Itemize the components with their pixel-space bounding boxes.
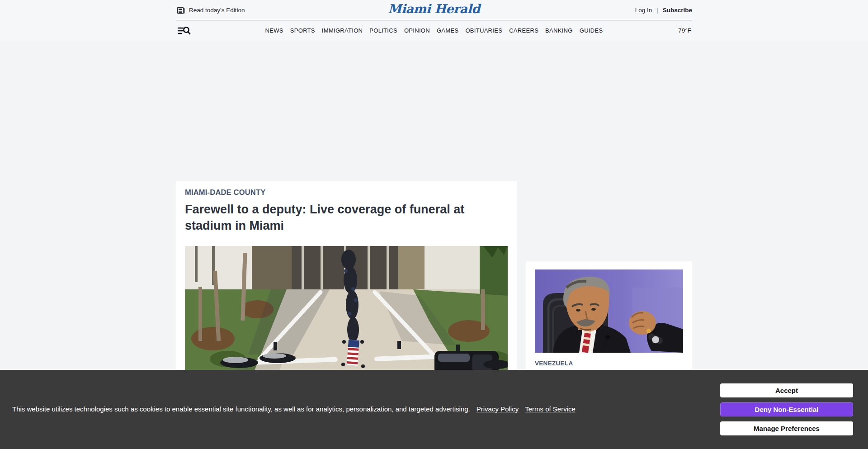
nav-item-immigration[interactable]: IMMIGRATION	[322, 27, 363, 34]
sidebar-article-photo-maduro[interactable]	[535, 269, 683, 353]
login-subscribe-divider: |	[656, 7, 658, 14]
nav-item-sports[interactable]: SPORTS	[290, 27, 315, 34]
nav-item-obituaries[interactable]: OBITUARIES	[465, 27, 502, 34]
menu-search-button[interactable]	[177, 24, 192, 37]
miami-herald-logo[interactable]: Miami Herald	[388, 2, 480, 16]
deny-non-essential-button[interactable]: Deny Non-Essential	[720, 402, 853, 416]
lead-article-kicker[interactable]: MIAMI-DADE COUNTY	[185, 188, 508, 197]
nav-item-opinion[interactable]: OPINION	[404, 27, 430, 34]
subscribe-link[interactable]: Subscribe	[663, 7, 692, 14]
header-top-row: Read today's Edition Miami Herald Log In…	[176, 0, 692, 20]
terms-of-service-link[interactable]: Terms of Service	[525, 405, 576, 413]
weather-temperature[interactable]: 79°F	[678, 20, 691, 41]
cookie-message: This website utilizes technologies such …	[12, 405, 470, 413]
hamburger-search-icon	[177, 24, 192, 37]
nav-item-news[interactable]: NEWS	[265, 27, 283, 34]
nav-item-games[interactable]: GAMES	[437, 27, 458, 34]
lead-article-headline[interactable]: Farewell to a deputy: Live coverage of f…	[185, 201, 497, 234]
main-navigation: NEWS SPORTS IMMIGRATION POLITICS OPINION…	[265, 20, 603, 41]
accept-button[interactable]: Accept	[720, 383, 853, 397]
nav-item-guides[interactable]: GUIDES	[580, 27, 603, 34]
newspaper-icon	[177, 6, 185, 14]
sidebar-article-kicker[interactable]: VENEZUELA	[535, 360, 683, 367]
account-area: Log In | Subscribe	[635, 0, 692, 20]
nav-item-banking[interactable]: BANKING	[545, 27, 573, 34]
nav-item-careers[interactable]: CAREERS	[509, 27, 538, 34]
manage-preferences-button[interactable]: Manage Preferences	[720, 421, 853, 435]
cookie-buttons: Accept Deny Non-Essential Manage Prefere…	[720, 383, 853, 435]
header-nav-row: NEWS SPORTS IMMIGRATION POLITICS OPINION…	[176, 20, 692, 41]
nav-item-politics[interactable]: POLITICS	[369, 27, 397, 34]
privacy-policy-link[interactable]: Privacy Policy	[476, 405, 519, 413]
cookie-consent-banner: This website utilizes technologies such …	[0, 370, 868, 449]
read-todays-edition-label: Read today's Edition	[189, 7, 245, 14]
cookie-message-area: This website utilizes technologies such …	[12, 404, 677, 414]
log-in-link[interactable]: Log In	[635, 7, 652, 14]
site-header: Read today's Edition Miami Herald Log In…	[0, 0, 868, 41]
read-todays-edition-link[interactable]: Read today's Edition	[177, 0, 245, 20]
